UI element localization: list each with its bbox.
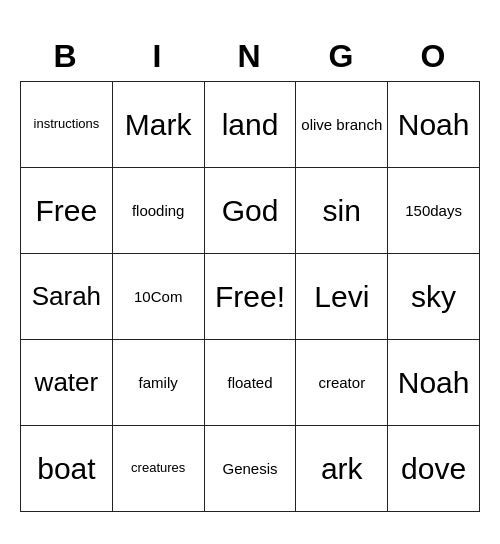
cell-1-1: flooding xyxy=(113,168,205,254)
cell-0-0: instructions xyxy=(21,82,113,168)
header-letter: O xyxy=(388,32,480,81)
cell-1-0: Free xyxy=(21,168,113,254)
cell-0-4: Noah xyxy=(388,82,480,168)
cell-2-4: sky xyxy=(388,254,480,340)
cell-3-0: water xyxy=(21,340,113,426)
cell-3-4: Noah xyxy=(388,340,480,426)
cell-4-0: boat xyxy=(21,426,113,512)
header-letter: B xyxy=(20,32,112,81)
cell-4-2: Genesis xyxy=(205,426,297,512)
cell-2-2: Free! xyxy=(205,254,297,340)
cell-3-2: floated xyxy=(205,340,297,426)
cell-2-0: Sarah xyxy=(21,254,113,340)
cell-3-3: creator xyxy=(296,340,388,426)
header-letter: N xyxy=(204,32,296,81)
cell-1-3: sin xyxy=(296,168,388,254)
cell-0-3: olive branch xyxy=(296,82,388,168)
bingo-card: BINGO instructionsMarklandolive branchNo… xyxy=(10,22,490,522)
cell-2-3: Levi xyxy=(296,254,388,340)
cell-3-1: family xyxy=(113,340,205,426)
cell-1-4: 150days xyxy=(388,168,480,254)
cell-4-3: ark xyxy=(296,426,388,512)
cell-4-1: creatures xyxy=(113,426,205,512)
bingo-header: BINGO xyxy=(20,32,480,81)
header-letter: I xyxy=(112,32,204,81)
cell-2-1: 10Com xyxy=(113,254,205,340)
cell-4-4: dove xyxy=(388,426,480,512)
bingo-grid: instructionsMarklandolive branchNoahFree… xyxy=(20,81,480,512)
cell-1-2: God xyxy=(205,168,297,254)
cell-0-2: land xyxy=(205,82,297,168)
header-letter: G xyxy=(296,32,388,81)
cell-0-1: Mark xyxy=(113,82,205,168)
